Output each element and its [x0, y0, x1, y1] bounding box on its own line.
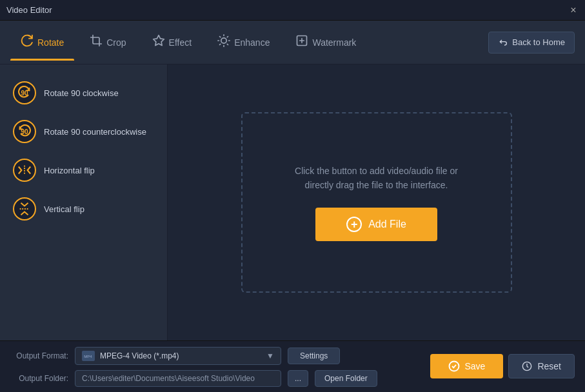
- tab-rotate-label: Rotate: [37, 37, 64, 48]
- left-panel: 90 Rotate 90 clockwise 90 Rotate 90 coun…: [0, 64, 168, 340]
- output-folder-label: Output Folder:: [10, 374, 68, 383]
- enhance-icon: [217, 34, 230, 50]
- center-panel: Click the button to add video/audio file…: [168, 64, 585, 340]
- tool-rotate-ccw[interactable]: 90 Rotate 90 counterclockwise: [0, 113, 167, 150]
- settings-button[interactable]: Settings: [288, 348, 340, 364]
- add-file-label: Add File: [368, 219, 406, 230]
- rotate-ccw-icon: 90: [13, 120, 36, 143]
- tab-watermark-label: Watermark: [312, 37, 356, 48]
- reset-icon: [522, 361, 532, 371]
- folder-path-text: C:\Users\editer\Documents\Aiseesoft Stud…: [82, 374, 274, 383]
- flip-h-label: Horizontal flip: [44, 166, 95, 175]
- action-buttons: Save Reset: [420, 340, 586, 392]
- drop-zone-text: Click the button to add video/audio file…: [295, 164, 458, 193]
- save-button[interactable]: Save: [430, 354, 504, 378]
- rotate-icon: [21, 34, 34, 50]
- back-home-icon: [498, 37, 508, 48]
- app-title: Video Editor: [6, 5, 52, 15]
- tool-rotate-cw[interactable]: 90 Rotate 90 clockwise: [0, 75, 167, 111]
- drop-zone[interactable]: Click the button to add video/audio file…: [241, 112, 512, 293]
- svg-text:MP4: MP4: [84, 355, 92, 358]
- select-arrow-icon: ▼: [266, 351, 274, 360]
- output-format-label: Output Format:: [10, 351, 68, 360]
- rotate-cw-label: Rotate 90 clockwise: [44, 88, 119, 98]
- plus-icon: +: [346, 217, 362, 232]
- format-select[interactable]: MP4 MPEG-4 Video (*.mp4) ▼: [75, 347, 281, 365]
- tab-crop[interactable]: Crop: [79, 29, 136, 55]
- tab-effect[interactable]: Effect: [142, 29, 203, 55]
- topnav: Rotate Crop Effect Enhance: [0, 21, 585, 64]
- flip-h-icon: [13, 159, 36, 182]
- crop-icon: [90, 34, 103, 50]
- tab-rotate[interactable]: Rotate: [10, 29, 74, 55]
- tab-effect-label: Effect: [169, 37, 192, 48]
- folder-path: C:\Users\editer\Documents\Aiseesoft Stud…: [75, 370, 281, 387]
- tool-flip-v[interactable]: Vertical flip: [0, 191, 167, 227]
- drop-text-line2: directly drag the file to the interface.: [295, 178, 458, 192]
- mp4-icon: MP4: [82, 351, 95, 361]
- close-button[interactable]: ×: [568, 5, 579, 15]
- flip-v-label: Vertical flip: [44, 204, 84, 214]
- svg-point-1: [221, 38, 226, 43]
- svg-marker-0: [153, 35, 164, 46]
- effect-icon: [152, 34, 165, 50]
- reset-button[interactable]: Reset: [508, 354, 575, 378]
- add-file-button[interactable]: + Add File: [315, 208, 437, 241]
- save-label: Save: [465, 361, 486, 371]
- flip-v-icon: [13, 197, 36, 220]
- tab-watermark[interactable]: Watermark: [285, 29, 366, 55]
- rotate-ccw-label: Rotate 90 counterclockwise: [44, 127, 146, 137]
- tab-enhance-label: Enhance: [234, 37, 270, 48]
- tool-flip-h[interactable]: Horizontal flip: [0, 152, 167, 188]
- titlebar: Video Editor ×: [0, 0, 585, 21]
- reset-label: Reset: [537, 361, 561, 371]
- tab-crop-label: Crop: [106, 37, 126, 48]
- drop-text-line1: Click the button to add video/audio file…: [295, 164, 458, 178]
- browse-folder-button[interactable]: ...: [288, 370, 308, 387]
- main-content: 90 Rotate 90 clockwise 90 Rotate 90 coun…: [0, 64, 585, 340]
- back-home-button[interactable]: Back to Home: [488, 32, 575, 54]
- tab-enhance[interactable]: Enhance: [207, 29, 280, 55]
- back-home-label: Back to Home: [512, 37, 565, 47]
- open-folder-button[interactable]: Open Folder: [315, 370, 377, 387]
- watermark-icon: [295, 34, 308, 50]
- format-value: MPEG-4 Video (*.mp4): [100, 351, 274, 360]
- rotate-cw-icon: 90: [13, 81, 36, 104]
- save-check-icon: [448, 360, 460, 372]
- bottom-bar: Output Format: MP4 MPEG-4 Video (*.mp4) …: [0, 340, 585, 392]
